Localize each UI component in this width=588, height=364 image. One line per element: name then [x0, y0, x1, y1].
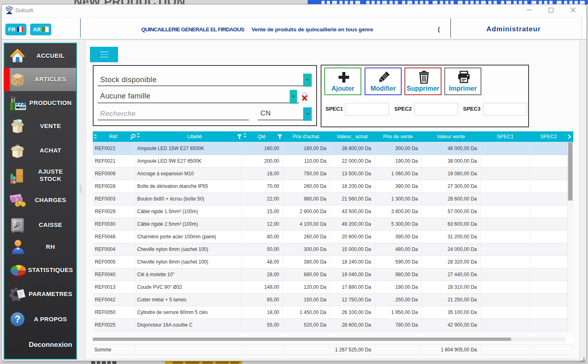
svg-text:$: $ [17, 203, 19, 206]
svg-text:?: ? [15, 314, 20, 325]
